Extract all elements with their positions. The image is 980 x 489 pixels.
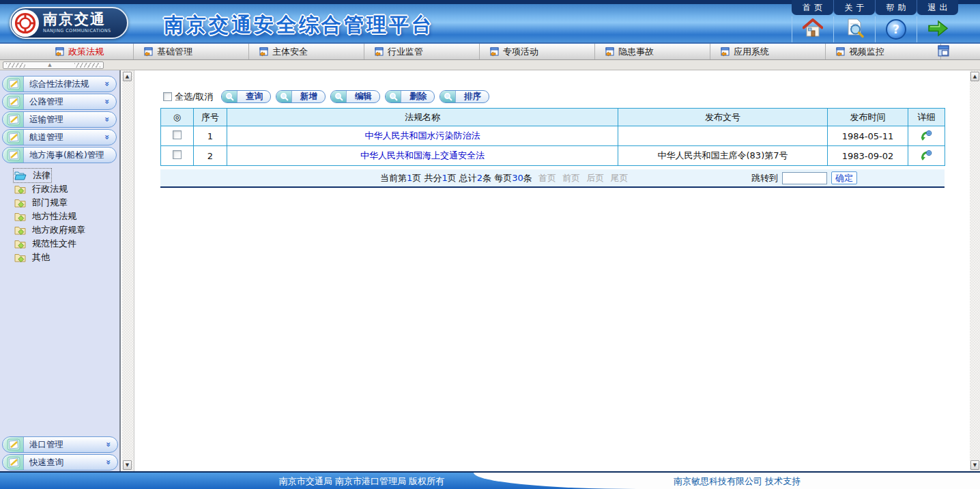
edit-button[interactable]: 编辑 (330, 90, 380, 103)
exit-button[interactable] (917, 16, 958, 42)
chevron-down-icon: » (102, 81, 112, 87)
sidebar-group-comprehensive-laws[interactable]: 综合性法律法规 » (2, 76, 117, 92)
scroll-up-button[interactable]: ▲ (970, 72, 979, 81)
tree-item-other[interactable]: 其他 (0, 251, 119, 264)
select-all-label: 全选/取消 (175, 91, 213, 103)
footer-tech-support: 南京敏思科技有限公司 技术支持 (532, 475, 942, 488)
tree-item-department-rules[interactable]: 部门规章 (0, 196, 119, 210)
exit-icon (926, 19, 949, 40)
detail-go-icon[interactable] (921, 130, 932, 143)
total-pages: 1 (442, 173, 447, 183)
chevron-down-icon: » (104, 442, 113, 447)
table-row: 1 中华人民共和国水污染防治法 1984-05-11 (161, 126, 945, 146)
menu-item-application-systems[interactable]: 应用系统 (710, 44, 826, 59)
next-page-link[interactable]: 后页 (586, 173, 604, 183)
menu-item-basic-management[interactable]: 基础管理 (134, 44, 249, 59)
notepad-icon (3, 76, 24, 92)
col-header-select: ◎ (161, 109, 194, 126)
row-date: 1983-09-02 (828, 146, 908, 166)
jump-page-input[interactable] (782, 172, 827, 184)
sub-strip: ▲ (0, 60, 980, 70)
content-scrollbar[interactable]: ▲ ▼ (122, 70, 134, 471)
prev-page-link[interactable]: 前页 (562, 173, 580, 183)
folder-open-icon (14, 171, 27, 180)
sidebar-group-quick-query[interactable]: 快速查询 » (2, 454, 118, 471)
quick-tab-about[interactable]: 关于 (833, 0, 875, 15)
row-seq: 1 (194, 126, 227, 146)
menu-item-subject-safety[interactable]: 主体安全 (249, 44, 364, 59)
menu-item-policy-regulations[interactable]: 政策法规 (0, 44, 134, 59)
quick-tab-help[interactable]: 帮助 (875, 0, 917, 15)
row-checkbox[interactable] (173, 150, 182, 159)
scroll-down-button[interactable]: ▼ (970, 460, 979, 470)
add-button[interactable]: 新增 (276, 90, 326, 103)
law-link[interactable]: 中华人民共和国水污染防治法 (365, 130, 480, 141)
row-doc-no (618, 126, 828, 146)
delete-button[interactable]: 删除 (385, 90, 435, 103)
help-button[interactable] (875, 16, 917, 42)
about-icon (844, 18, 865, 41)
chevron-down-icon: » (102, 117, 112, 122)
scroll-down-button[interactable]: ▼ (123, 460, 132, 470)
confirm-button[interactable]: 确定 (831, 171, 857, 184)
sidebar-group-transport-management[interactable]: 运输管理 » (2, 111, 117, 128)
law-link[interactable]: 中华人民共和国海上交通安全法 (360, 150, 485, 160)
app-logo: 南京交通 NANJING COMMUNICATIONS (10, 7, 128, 39)
query-button[interactable]: 查询 (221, 90, 271, 103)
window-scrollbar[interactable]: ▲ ▼ (970, 70, 980, 471)
tree-item-normative-documents[interactable]: 规范性文件 (0, 237, 119, 251)
notepad-icon (3, 148, 24, 163)
about-button[interactable] (833, 16, 875, 42)
sidebar-tree: 法律 行政法规 部门规章 地方性法规 地方政府规章 规范性文件 其他 (0, 169, 119, 264)
tree-item-administrative-regulations[interactable]: 行政法规 (0, 182, 119, 196)
quick-nav-icons (792, 16, 958, 42)
total-records: 2 (477, 173, 482, 183)
quick-tab-exit[interactable]: 退出 (917, 0, 958, 15)
tree-item-laws[interactable]: 法律 (0, 169, 119, 182)
quick-tab-home[interactable]: 首页 (792, 0, 833, 15)
tree-item-local-government-rules[interactable]: 地方政府规章 (0, 223, 119, 237)
detail-go-icon[interactable] (921, 150, 932, 163)
menu-item-video-surveillance[interactable]: 视频监控 (826, 44, 941, 59)
row-checkbox[interactable] (173, 130, 182, 139)
sidebar-group-local-maritime-management[interactable]: 地方海事(船检)管理 (2, 147, 117, 163)
footer: 南京市交通局 南京市港口管理局 版权所有 南京敏思科技有限公司 技术支持 (0, 471, 980, 489)
magnifier-icon (276, 91, 292, 102)
nanjing-communications-emblem-icon (12, 10, 39, 37)
sort-button[interactable]: 排序 (439, 90, 489, 103)
hatch-decoration (6, 63, 25, 68)
notepad-icon (3, 437, 24, 452)
sidebar-group-port-management[interactable]: 港口管理 » (2, 436, 118, 453)
folder-icon (14, 239, 26, 249)
window-layout-button[interactable] (938, 45, 950, 57)
sidebar-group-waterway-management[interactable]: 航道管理 » (2, 129, 117, 145)
tree-item-local-regulations[interactable]: 地方性法规 (0, 210, 119, 223)
col-header-date: 发布时间 (828, 109, 908, 126)
col-header-seq: 序号 (194, 109, 227, 126)
magnifier-icon (331, 91, 347, 102)
panel-collapse-handle[interactable]: ▲ (3, 61, 104, 69)
sidebar-group-highway-management[interactable]: 公路管理 » (2, 94, 117, 110)
form-icon (374, 47, 384, 57)
notepad-icon (3, 112, 24, 127)
first-page-link[interactable]: 首页 (538, 173, 556, 183)
folder-icon (14, 225, 26, 235)
table-row: 2 中华人民共和国海上交通安全法 中华人民共和国主席令(83)第7号 1983-… (161, 146, 945, 166)
menu-item-special-activities[interactable]: 专项活动 (480, 44, 595, 59)
folder-icon (14, 212, 26, 221)
quick-nav-tabs: 首页 关于 帮助 退出 (792, 0, 958, 15)
row-doc-no: 中华人民共和国主席令(83)第7号 (618, 146, 828, 166)
scroll-up-button[interactable]: ▲ (123, 72, 132, 81)
last-page-link[interactable]: 尾页 (610, 173, 628, 183)
chevron-down-icon: » (104, 460, 113, 465)
col-header-detail: 详细 (908, 109, 945, 126)
menu-item-industry-supervision[interactable]: 行业监管 (364, 44, 480, 59)
main-menu-bar: 政策法规 基础管理 主体安全 行业监管 专项活动 隐患事故 应用系统 视频监控 (0, 42, 980, 60)
page-title: 南京交通安全综合管理平台 (164, 12, 434, 39)
select-all-checkbox[interactable] (163, 92, 172, 101)
menu-item-hidden-danger-accidents[interactable]: 隐患事故 (595, 44, 710, 59)
home-button[interactable] (792, 16, 833, 42)
magnifier-icon (386, 91, 401, 102)
window-layout-icon (938, 45, 949, 57)
pagination-summary: 当前第1页 共分1页 总计2条 每页30条 首页 前页 后页 尾页 (380, 172, 628, 184)
